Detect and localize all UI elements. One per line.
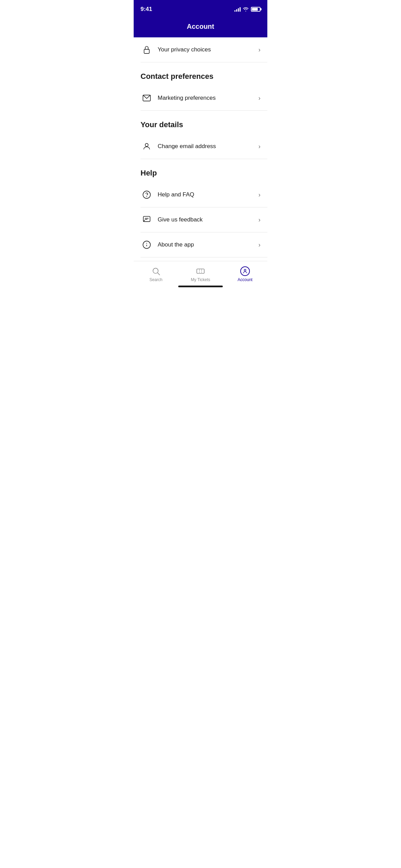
about-app-item[interactable]: About the app › bbox=[134, 232, 267, 257]
wifi-icon bbox=[243, 7, 249, 12]
battery-icon bbox=[251, 7, 260, 12]
chevron-right-icon: › bbox=[258, 241, 260, 249]
question-icon bbox=[141, 189, 153, 201]
search-icon bbox=[151, 266, 161, 276]
nav-search[interactable]: Search bbox=[134, 261, 178, 284]
chevron-right-icon: › bbox=[258, 95, 260, 102]
help-heading: Help bbox=[134, 159, 267, 182]
mail-icon bbox=[141, 92, 153, 104]
change-email-label: Change email address bbox=[158, 143, 258, 150]
svg-line-15 bbox=[158, 273, 160, 275]
help-faq-label: Help and FAQ bbox=[158, 191, 258, 198]
status-icons bbox=[234, 7, 260, 12]
page-title: Account bbox=[187, 23, 214, 30]
svg-point-14 bbox=[153, 268, 158, 273]
nav-search-label: Search bbox=[149, 277, 162, 282]
account-circle-icon bbox=[240, 266, 250, 276]
chevron-right-icon: › bbox=[258, 143, 260, 150]
change-email-item[interactable]: Change email address › bbox=[134, 134, 267, 159]
ticket-icon bbox=[196, 266, 205, 276]
lock-icon bbox=[141, 44, 153, 56]
marketing-preferences-item[interactable]: Marketing preferences › bbox=[134, 86, 267, 110]
nav-my-tickets-label: My Tickets bbox=[191, 277, 210, 282]
svg-point-19 bbox=[244, 269, 246, 271]
status-time: 9:41 bbox=[141, 6, 152, 13]
chevron-right-icon: › bbox=[258, 216, 260, 224]
user-icon bbox=[141, 140, 153, 153]
page-header: Account bbox=[134, 17, 267, 37]
nav-my-tickets[interactable]: My Tickets bbox=[178, 261, 223, 284]
svg-rect-0 bbox=[144, 49, 149, 53]
privacy-choices-label: Your privacy choices bbox=[158, 46, 258, 53]
about-app-label: About the app bbox=[158, 241, 258, 248]
delete-account-item[interactable]: Delete my account › bbox=[134, 257, 267, 258]
help-faq-item[interactable]: Help and FAQ › bbox=[134, 182, 267, 207]
status-bar: 9:41 bbox=[134, 0, 267, 17]
feedback-label: Give us feedback bbox=[158, 216, 258, 223]
content-area: Your privacy choices › Contact preferenc… bbox=[134, 37, 267, 258]
chevron-right-icon: › bbox=[258, 46, 260, 53]
feedback-item[interactable]: Give us feedback › bbox=[134, 207, 267, 232]
svg-point-2 bbox=[145, 143, 148, 146]
your-details-heading: Your details bbox=[134, 111, 267, 134]
chevron-right-icon: › bbox=[258, 191, 260, 198]
home-indicator bbox=[178, 286, 223, 287]
svg-rect-16 bbox=[197, 269, 204, 274]
chat-icon bbox=[141, 214, 153, 226]
marketing-preferences-label: Marketing preferences bbox=[158, 95, 258, 101]
nav-account[interactable]: Account bbox=[223, 261, 267, 284]
info-icon bbox=[141, 239, 153, 251]
svg-point-3 bbox=[143, 191, 150, 198]
contact-preferences-heading: Contact preferences bbox=[134, 62, 267, 86]
signal-icon bbox=[234, 7, 241, 12]
nav-account-label: Account bbox=[238, 277, 252, 282]
privacy-choices-item[interactable]: Your privacy choices › bbox=[134, 37, 267, 62]
bottom-navigation: Search My Tickets Account bbox=[134, 261, 267, 289]
